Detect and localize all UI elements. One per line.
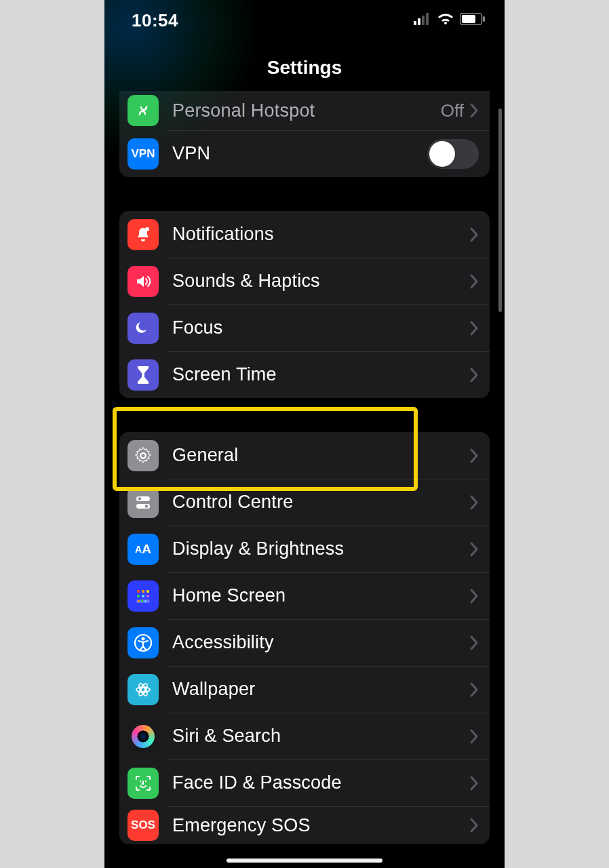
settings-group-general: General Control Centre AA Display & Brig… bbox=[119, 432, 490, 844]
svg-rect-5 bbox=[462, 15, 475, 23]
svg-rect-21 bbox=[144, 600, 146, 602]
faceid-label: Face ID & Passcode bbox=[172, 772, 469, 793]
controlcentre-icon bbox=[127, 487, 159, 518]
vpn-toggle[interactable] bbox=[427, 139, 479, 169]
display-icon: AA bbox=[127, 534, 159, 565]
chevron-right-icon bbox=[469, 729, 479, 744]
svg-rect-6 bbox=[483, 16, 485, 22]
general-icon bbox=[127, 440, 159, 471]
accessibility-icon bbox=[127, 627, 159, 658]
svg-point-29 bbox=[145, 780, 146, 781]
svg-rect-19 bbox=[138, 600, 140, 602]
status-indicators bbox=[414, 12, 486, 28]
sounds-label: Sounds & Haptics bbox=[172, 271, 469, 292]
row-wallpaper[interactable]: Wallpaper bbox=[119, 666, 490, 713]
scroll-indicator bbox=[498, 108, 502, 312]
settings-group-connectivity: Personal Hotspot Off VPN VPN bbox=[119, 91, 490, 177]
siri-icon bbox=[127, 721, 159, 752]
notifications-icon bbox=[127, 219, 159, 250]
sos-label: Emergency SOS bbox=[172, 815, 469, 836]
svg-rect-16 bbox=[142, 595, 144, 597]
svg-point-7 bbox=[145, 227, 149, 231]
chevron-right-icon bbox=[469, 682, 479, 697]
vpn-label: VPN bbox=[172, 143, 427, 164]
row-screentime[interactable]: Screen Time bbox=[119, 351, 490, 398]
svg-point-28 bbox=[140, 780, 141, 781]
svg-point-24 bbox=[141, 688, 145, 692]
row-controlcentre[interactable]: Control Centre bbox=[119, 479, 490, 526]
chevron-right-icon bbox=[469, 542, 479, 557]
row-general[interactable]: General bbox=[119, 432, 490, 479]
svg-point-11 bbox=[145, 505, 149, 508]
wallpaper-label: Wallpaper bbox=[172, 679, 469, 700]
status-time: 10:54 bbox=[132, 10, 178, 31]
svg-rect-20 bbox=[141, 600, 143, 602]
settings-group-notifications: Notifications Sounds & Haptics Focus Scr… bbox=[119, 211, 490, 398]
svg-rect-17 bbox=[146, 595, 149, 597]
row-siri[interactable]: Siri & Search bbox=[119, 713, 490, 760]
chevron-right-icon bbox=[469, 589, 479, 604]
svg-point-23 bbox=[142, 637, 145, 640]
hotspot-value: Off bbox=[441, 100, 464, 121]
svg-rect-13 bbox=[142, 590, 144, 593]
chevron-right-icon bbox=[469, 227, 479, 242]
chevron-right-icon bbox=[469, 495, 479, 510]
controlcentre-label: Control Centre bbox=[172, 492, 469, 513]
row-accessibility[interactable]: Accessibility bbox=[119, 619, 490, 666]
chevron-right-icon bbox=[469, 321, 479, 336]
wifi-icon bbox=[437, 12, 454, 28]
vpn-icon: VPN bbox=[127, 138, 159, 170]
svg-rect-1 bbox=[418, 18, 420, 25]
svg-rect-0 bbox=[414, 21, 416, 25]
sounds-icon bbox=[127, 266, 159, 297]
chevron-right-icon bbox=[469, 776, 479, 791]
home-indicator[interactable] bbox=[227, 859, 382, 863]
focus-label: Focus bbox=[172, 317, 469, 338]
row-homescreen[interactable]: Home Screen bbox=[119, 572, 490, 619]
svg-point-9 bbox=[138, 497, 142, 500]
notifications-label: Notifications bbox=[172, 224, 469, 245]
screentime-icon bbox=[127, 359, 159, 391]
general-label: General bbox=[172, 445, 469, 466]
homescreen-icon bbox=[127, 580, 159, 612]
chevron-right-icon bbox=[469, 448, 479, 463]
sos-icon: SOS bbox=[127, 810, 159, 841]
accessibility-label: Accessibility bbox=[172, 632, 469, 653]
phone-screen: 10:54 Settings Personal Hotspot Off VPN bbox=[104, 0, 505, 868]
row-vpn[interactable]: VPN VPN bbox=[119, 130, 490, 177]
battery-icon bbox=[460, 13, 486, 28]
hotspot-label: Personal Hotspot bbox=[172, 100, 441, 121]
svg-rect-14 bbox=[146, 590, 149, 593]
faceid-icon bbox=[127, 768, 159, 799]
cellular-icon bbox=[414, 13, 431, 28]
svg-rect-12 bbox=[137, 590, 140, 593]
chevron-right-icon bbox=[469, 635, 479, 650]
siri-label: Siri & Search bbox=[172, 726, 469, 747]
row-notifications[interactable]: Notifications bbox=[119, 211, 490, 258]
chevron-right-icon bbox=[469, 818, 479, 833]
row-display[interactable]: AA Display & Brightness bbox=[119, 526, 490, 572]
row-focus[interactable]: Focus bbox=[119, 304, 490, 351]
row-sos[interactable]: SOS Emergency SOS bbox=[119, 806, 490, 844]
svg-rect-3 bbox=[426, 13, 429, 25]
row-faceid[interactable]: Face ID & Passcode bbox=[119, 760, 490, 806]
focus-icon bbox=[127, 313, 159, 344]
chevron-right-icon bbox=[469, 103, 479, 118]
chevron-right-icon bbox=[469, 274, 479, 289]
display-label: Display & Brightness bbox=[172, 538, 469, 559]
status-bar: 10:54 bbox=[104, 0, 505, 41]
svg-rect-2 bbox=[422, 16, 425, 25]
row-sounds[interactable]: Sounds & Haptics bbox=[119, 258, 490, 304]
screentime-label: Screen Time bbox=[172, 364, 469, 385]
page-title: Settings bbox=[104, 41, 505, 91]
hotspot-icon bbox=[127, 95, 159, 126]
row-personal-hotspot[interactable]: Personal Hotspot Off bbox=[119, 91, 490, 130]
chevron-right-icon bbox=[469, 368, 479, 382]
svg-rect-15 bbox=[137, 595, 140, 597]
homescreen-label: Home Screen bbox=[172, 585, 469, 606]
wallpaper-icon bbox=[127, 674, 159, 705]
